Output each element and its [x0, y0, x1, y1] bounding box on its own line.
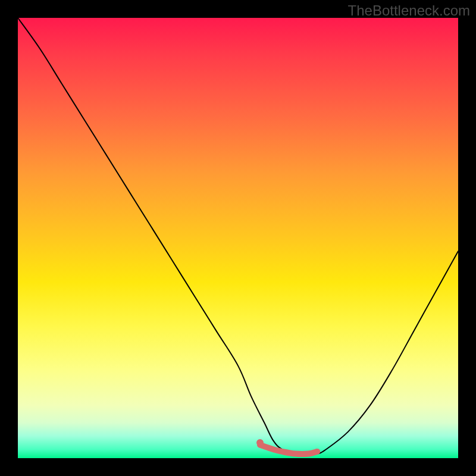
curve-svg	[18, 18, 458, 458]
highlight-segment	[260, 445, 317, 454]
highlight-point	[256, 439, 264, 446]
watermark-text: TheBottleneck.com	[348, 2, 470, 19]
chart-frame: TheBottleneck.com	[0, 0, 476, 476]
bottleneck-curve	[18, 18, 458, 454]
plot-area	[18, 18, 458, 458]
